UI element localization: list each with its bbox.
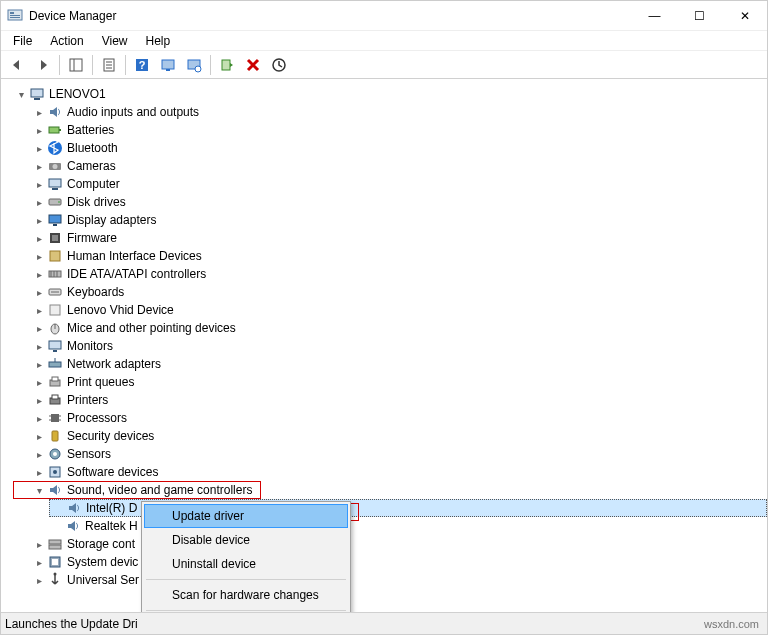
tree-category[interactable]: ▸ Display adapters (31, 211, 767, 229)
expander-icon[interactable]: ▸ (33, 322, 45, 334)
svg-rect-3 (10, 17, 20, 18)
menu-help[interactable]: Help (138, 32, 179, 50)
expander-icon[interactable]: ▸ (33, 160, 45, 172)
tree-category-label: Batteries (67, 123, 114, 137)
expander-icon[interactable]: ▸ (33, 574, 45, 586)
tree-category[interactable]: ▸ Disk drives (31, 193, 767, 211)
forward-button[interactable] (31, 54, 55, 76)
help-button[interactable]: ? (130, 54, 154, 76)
close-button[interactable]: ✕ (722, 1, 767, 31)
uninstall-device-button[interactable] (267, 54, 291, 76)
expander-icon[interactable]: ▸ (33, 358, 45, 370)
bluetooth-icon (47, 140, 63, 156)
tree-category[interactable]: ▸ Network adapters (31, 355, 767, 373)
disable-device-button[interactable] (241, 54, 265, 76)
tree-category-label: Human Interface Devices (67, 249, 202, 263)
disk-icon (47, 194, 63, 210)
expander-icon[interactable]: ▸ (33, 376, 45, 388)
svg-rect-33 (50, 251, 60, 261)
tree-category[interactable]: ▸ Computer (31, 175, 767, 193)
expander-icon[interactable]: ▸ (33, 448, 45, 460)
expander-icon[interactable]: ▸ (33, 196, 45, 208)
firmware-icon (47, 230, 63, 246)
back-button[interactable] (5, 54, 29, 76)
system-icon (47, 554, 63, 570)
tree-category-label: Software devices (67, 465, 158, 479)
expander-icon[interactable]: ▾ (33, 484, 45, 496)
tree-category[interactable]: ▸ Bluetooth (31, 139, 767, 157)
tree-category-label: System devic (67, 555, 138, 569)
printer-icon (47, 392, 63, 408)
context-menu-item[interactable]: Uninstall device (144, 552, 348, 576)
svg-point-58 (53, 452, 57, 456)
display-icon (47, 212, 63, 228)
expander-icon[interactable]: ▸ (33, 232, 45, 244)
svg-rect-25 (49, 179, 61, 187)
maximize-button[interactable]: ☐ (677, 1, 722, 31)
context-menu-item[interactable]: Update driver (144, 504, 348, 528)
tree-category[interactable]: ▸ Software devices (31, 463, 767, 481)
tree-category[interactable]: ▸ Batteries (31, 121, 767, 139)
tree-category[interactable]: ▸ Print queues (31, 373, 767, 391)
expander-icon[interactable]: ▸ (33, 394, 45, 406)
tree-category[interactable]: ▸ Human Interface Devices (31, 247, 767, 265)
tree-category[interactable]: ▸ Processors (31, 409, 767, 427)
expander-icon[interactable]: ▸ (33, 556, 45, 568)
menu-action[interactable]: Action (42, 32, 91, 50)
watermark: wsxdn.com (704, 618, 759, 630)
tree-category-label: Mice and other pointing devices (67, 321, 236, 335)
expander-icon[interactable]: ▸ (33, 430, 45, 442)
enable-device-button[interactable] (215, 54, 239, 76)
device-tree[interactable]: ▾ LENOVO1 ▸ Audio inputs and outputs ▸ B… (1, 81, 767, 612)
expander-icon[interactable]: ▸ (33, 268, 45, 280)
context-menu-item[interactable]: Disable device (144, 528, 348, 552)
tree-category[interactable]: ▾ Sound, video and game controllers (31, 481, 767, 499)
expander-icon[interactable]: ▾ (15, 88, 27, 100)
show-hide-console-button[interactable] (64, 54, 88, 76)
tree-category[interactable]: ▸ Security devices (31, 427, 767, 445)
expander-icon[interactable]: ▸ (33, 412, 45, 424)
expander-icon[interactable]: ▸ (33, 250, 45, 262)
context-menu-item[interactable]: Scan for hardware changes (144, 583, 348, 607)
update-driver-button[interactable] (156, 54, 180, 76)
menu-view[interactable]: View (94, 32, 136, 50)
tree-category-label: Sound, video and game controllers (67, 483, 252, 497)
tree-category[interactable]: ▸ Cameras (31, 157, 767, 175)
toolbar-sep (92, 55, 93, 75)
expander-icon[interactable]: ▸ (33, 106, 45, 118)
tree-category[interactable]: ▸ Monitors (31, 337, 767, 355)
tree-root-node[interactable]: ▾ LENOVO1 (13, 85, 767, 103)
minimize-button[interactable]: — (632, 1, 677, 31)
tree-category[interactable]: ▸ Mice and other pointing devices (31, 319, 767, 337)
storage-icon (47, 536, 63, 552)
scan-hardware-button[interactable] (182, 54, 206, 76)
svg-point-60 (53, 470, 57, 474)
expander-icon[interactable]: ▸ (33, 538, 45, 550)
tree-category[interactable]: ▸ IDE ATA/ATAPI controllers (31, 265, 767, 283)
expander-icon[interactable]: ▸ (33, 340, 45, 352)
tree-category[interactable]: ▸ Printers (31, 391, 767, 409)
svg-text:?: ? (139, 59, 146, 71)
tree-category-label: Sensors (67, 447, 111, 461)
svg-rect-44 (53, 350, 57, 352)
ide-icon (47, 266, 63, 282)
expander-icon[interactable]: ▸ (33, 214, 45, 226)
tree-category[interactable]: ▸ Firmware (31, 229, 767, 247)
tree-category-label: Printers (67, 393, 108, 407)
tree-category[interactable]: ▸ Keyboards (31, 283, 767, 301)
tree-category[interactable]: ▸ Lenovo Vhid Device (31, 301, 767, 319)
svg-rect-45 (49, 362, 61, 367)
menu-file[interactable]: File (5, 32, 40, 50)
context-menu-separator (146, 610, 346, 611)
expander-icon[interactable]: ▸ (33, 124, 45, 136)
expander-icon[interactable]: ▸ (33, 466, 45, 478)
tree-category[interactable]: ▸ Sensors (31, 445, 767, 463)
window-controls: — ☐ ✕ (632, 1, 767, 31)
sound-icon (47, 482, 63, 498)
expander-icon[interactable]: ▸ (33, 286, 45, 298)
tree-category[interactable]: ▸ Audio inputs and outputs (31, 103, 767, 121)
expander-icon[interactable]: ▸ (33, 178, 45, 190)
expander-icon[interactable]: ▸ (33, 304, 45, 316)
properties-button[interactable] (97, 54, 121, 76)
expander-icon[interactable]: ▸ (33, 142, 45, 154)
